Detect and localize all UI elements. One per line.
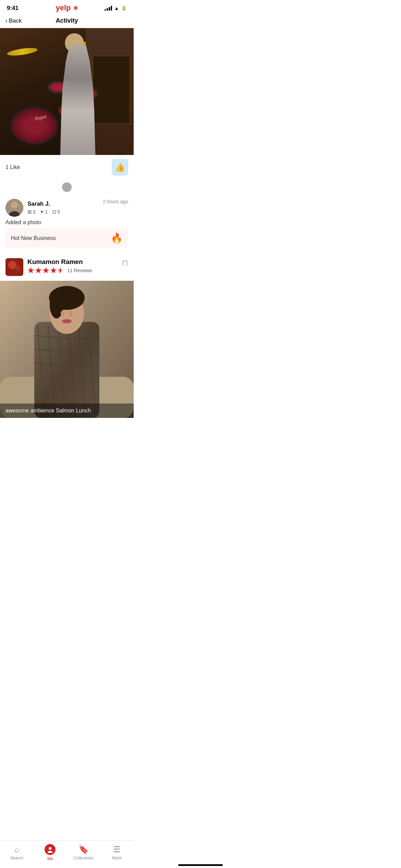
- star-5: [58, 267, 64, 274]
- content-area: Буgа9 1 Like 👍: [0, 28, 134, 445]
- star-4: [50, 267, 57, 274]
- activity-action: Added a photo: [5, 219, 128, 226]
- svg-point-22: [69, 311, 73, 316]
- photo-caption-text: awesome ambience Salmon Lunch: [5, 408, 91, 413]
- avatar[interactable]: [5, 199, 23, 217]
- svg-point-23: [62, 319, 72, 323]
- back-label: Back: [9, 17, 22, 24]
- star-1: [27, 267, 34, 274]
- svg-point-21: [61, 311, 65, 316]
- activity-user: Sarah J. ⊞ 0 ✦ 1 ⊡ 5: [5, 199, 60, 217]
- star-stat: ✦ 1: [40, 209, 48, 215]
- star-2: [35, 267, 42, 274]
- review-stat: ⊞ 0: [27, 209, 36, 215]
- hot-badge-text: Hot New Business: [11, 235, 56, 241]
- hot-new-business-badge[interactable]: Hot New Business 🔥: [5, 228, 128, 248]
- bass-drum: Буgа9: [10, 107, 58, 145]
- review-count: 11 Reviews: [67, 268, 92, 273]
- fire-icon: 🔥: [111, 232, 123, 244]
- status-bar: 9:41 yelp ✳ ▲ 🔋: [0, 0, 134, 14]
- chevron-left-icon: ‹: [5, 17, 8, 24]
- nav-bar: ‹ Back Activity: [0, 14, 134, 28]
- photo-stat-icon: ⊡: [52, 209, 57, 215]
- wifi-icon: ▲: [114, 5, 119, 11]
- status-time: 9:41: [7, 5, 19, 12]
- like-button[interactable]: 👍: [112, 159, 128, 176]
- signal-bars-icon: [105, 6, 112, 11]
- review-icon: ⊞: [27, 209, 32, 215]
- separator-dot: [62, 182, 72, 192]
- business-name: Kumamon Ramen: [27, 258, 118, 266]
- photo-stat: ⊡ 5: [52, 209, 60, 215]
- page-title: Activity: [56, 17, 78, 24]
- photo-card: awesome ambience Salmon Lunch: [0, 281, 134, 418]
- business-thumbnail: [5, 258, 23, 276]
- user-name: Sarah J.: [27, 201, 60, 207]
- photo-person: [0, 281, 134, 418]
- back-button[interactable]: ‹ Back: [5, 17, 22, 24]
- business-rating: 11 Reviews: [27, 267, 118, 274]
- svg-point-1: [11, 202, 18, 208]
- like-bar: 1 Like 👍: [0, 155, 134, 180]
- thumbs-up-icon: 👍: [115, 162, 125, 172]
- business-info: Kumamon Ramen 11 Reviews: [27, 258, 118, 274]
- user-stats: ⊞ 0 ✦ 1 ⊡ 5: [27, 209, 60, 215]
- bookmark-icon[interactable]: ⊓: [122, 258, 128, 268]
- star-3: [42, 267, 49, 274]
- activity-item: Sarah J. ⊞ 0 ✦ 1 ⊡ 5: [0, 195, 134, 253]
- battery-icon: 🔋: [121, 5, 127, 11]
- activity-timestamp: 2 hours ago: [103, 199, 128, 204]
- drum-photo-card: Буgа9: [0, 28, 134, 155]
- yelp-logo: yelp ✳: [56, 3, 78, 12]
- star-rating: [27, 267, 64, 274]
- business-card[interactable]: Kumamon Ramen 11 Reviews ⊓: [0, 253, 134, 281]
- status-icons: ▲ 🔋: [105, 5, 127, 11]
- like-count: 1 Like: [5, 164, 20, 170]
- svg-point-5: [15, 266, 21, 271]
- photo-caption: awesome ambience Salmon Lunch: [0, 403, 134, 418]
- star-stat-icon: ✦: [40, 209, 44, 215]
- cymbal-left: [7, 47, 38, 57]
